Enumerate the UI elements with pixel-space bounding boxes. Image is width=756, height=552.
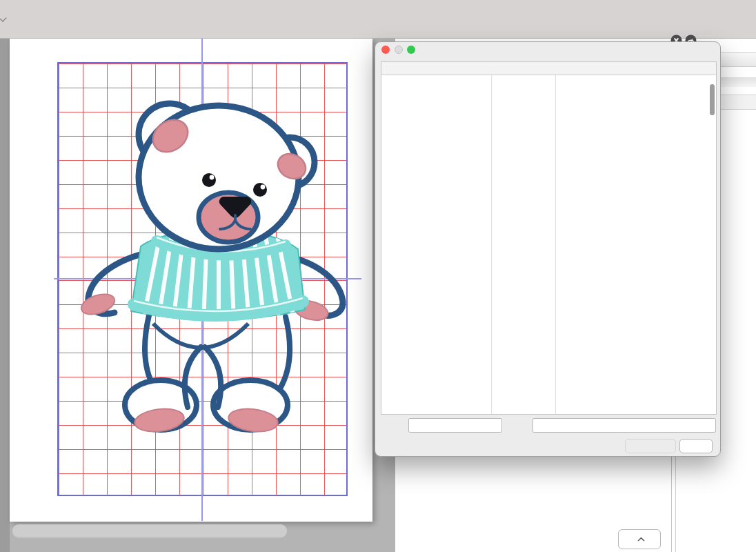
- zoom-level-button[interactable]: [618, 529, 661, 549]
- canvas-left-margin: [0, 38, 10, 552]
- insert-button[interactable]: [625, 439, 676, 453]
- table-header: [381, 62, 716, 75]
- libreria-clipart-dialog: [375, 41, 721, 457]
- teddy-bear-embroidery-design[interactable]: [65, 93, 355, 445]
- clipart-table: [381, 61, 717, 415]
- name-search-input[interactable]: [408, 418, 502, 433]
- close-traffic-button[interactable]: [381, 46, 390, 54]
- dialog-titlebar[interactable]: [375, 42, 720, 57]
- design-canvas-page[interactable]: [10, 38, 372, 522]
- canvas-area: [0, 38, 395, 552]
- table-scrollbar-thumb[interactable]: [710, 84, 715, 115]
- column-header-dimensioni[interactable]: [491, 62, 555, 75]
- column-header-clipart[interactable]: [381, 62, 491, 75]
- column-divider: [491, 62, 492, 414]
- chevron-up-icon: [637, 537, 645, 542]
- zoom-traffic-button[interactable]: [407, 46, 415, 54]
- horizontal-scrollbar-thumb[interactable]: [12, 524, 287, 538]
- toolbar: [0, 0, 756, 39]
- partial-toolbar-item[interactable]: [0, 1, 25, 37]
- column-header-tag[interactable]: [555, 62, 716, 75]
- minimize-traffic-button[interactable]: [395, 46, 403, 54]
- column-divider: [555, 62, 556, 414]
- close-button[interactable]: [679, 439, 713, 453]
- tags-filter-input[interactable]: [533, 418, 716, 433]
